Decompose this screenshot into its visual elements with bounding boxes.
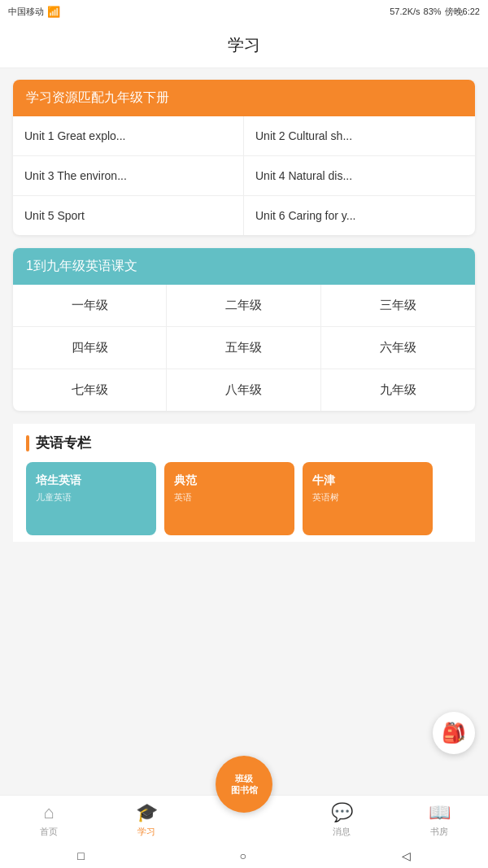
android-back-button[interactable]: ◁ (386, 846, 427, 866)
nav-study[interactable]: 🎓 学习 (98, 802, 195, 838)
message-icon: 💬 (331, 802, 353, 823)
nav-home-label: 首页 (40, 826, 58, 838)
grades-section-header: 1到九年级英语课文 (13, 248, 475, 285)
english-section-title: 英语专栏 (26, 434, 462, 452)
nav-message-label: 消息 (333, 826, 351, 838)
grade-1-cell[interactable]: 一年级 (13, 285, 167, 327)
unit-5-cell[interactable]: Unit 5 Sport (13, 196, 244, 235)
class-library-button[interactable]: 班级 图书馆 (216, 756, 272, 813)
grade-6-cell[interactable]: 六年级 (321, 327, 475, 369)
battery-label: 83% (424, 7, 442, 16)
english-banners: 培生英语 儿童英语 典范 英语 牛津 英语树 (26, 462, 462, 535)
android-home-button[interactable]: ○ (224, 846, 263, 866)
signal-icon: 📶 (47, 6, 60, 18)
grade-9-cell[interactable]: 九年级 (321, 369, 475, 411)
study-icon: 🎓 (136, 802, 158, 823)
grade-8-cell[interactable]: 八年级 (167, 369, 320, 411)
grade-4-cell[interactable]: 四年级 (13, 327, 167, 369)
units-grid: Unit 1 Great explo... Unit 2 Cultural sh… (13, 116, 475, 235)
grades-section: 1到九年级英语课文 一年级 二年级 三年级 四年级 五年级 六年级 七年级 八年… (13, 248, 475, 411)
nav-study-label: 学习 (137, 826, 155, 838)
grades-grid: 一年级 二年级 三年级 四年级 五年级 六年级 七年级 八年级 九年级 (13, 285, 475, 411)
status-bar: 中国移动 📶 57.2K/s 83% 傍晚6:22 (0, 0, 488, 23)
unit-2-cell[interactable]: Unit 2 Cultural sh... (244, 116, 475, 156)
banner-classic-sub: 英语 (174, 491, 285, 504)
main-content: 学习资源匹配九年级下册 Unit 1 Great explo... Unit 2… (0, 68, 488, 639)
android-nav-bar: □ ○ ◁ (0, 844, 488, 868)
banner-pearson-title: 培生英语 (36, 473, 146, 488)
banner-oxford-sub: 英语树 (312, 491, 423, 504)
grade-3-cell[interactable]: 三年级 (321, 285, 475, 327)
floating-bag-button[interactable]: 🎒 (433, 712, 475, 754)
library-icon: 📖 (429, 802, 451, 823)
unit-6-cell[interactable]: Unit 6 Caring for y... (244, 196, 475, 235)
page-header: 学习 (0, 23, 488, 68)
english-section: 英语专栏 培生英语 儿童英语 典范 英语 牛津 英语树 (13, 424, 475, 542)
carrier-label: 中国移动 (8, 6, 44, 18)
banner-classic-title: 典范 (174, 473, 285, 488)
unit-4-cell[interactable]: Unit 4 Natural dis... (244, 156, 475, 196)
class-library-label2: 图书馆 (231, 784, 258, 796)
android-recent-button[interactable]: □ (61, 846, 100, 866)
grade-2-cell[interactable]: 二年级 (167, 285, 320, 327)
banner-oxford[interactable]: 牛津 英语树 (303, 462, 433, 535)
nav-library-label: 书房 (430, 826, 448, 838)
unit-1-cell[interactable]: Unit 1 Great explo... (13, 116, 244, 156)
banner-pearson[interactable]: 培生英语 儿童英语 (26, 462, 156, 535)
time-label: 傍晚6:22 (445, 6, 480, 18)
grade-5-cell[interactable]: 五年级 (167, 327, 320, 369)
units-section: 学习资源匹配九年级下册 Unit 1 Great explo... Unit 2… (13, 80, 475, 235)
speed-label: 57.2K/s (390, 7, 420, 16)
home-icon: ⌂ (43, 802, 54, 823)
unit-3-cell[interactable]: Unit 3 The environ... (13, 156, 244, 196)
units-section-header: 学习资源匹配九年级下册 (13, 80, 475, 116)
nav-message[interactable]: 💬 消息 (293, 802, 390, 838)
nav-home[interactable]: ⌂ 首页 (0, 802, 98, 838)
nav-library[interactable]: 📖 书房 (390, 802, 488, 838)
banner-oxford-title: 牛津 (312, 473, 423, 488)
banner-pearson-sub: 儿童英语 (36, 491, 146, 504)
class-library-label1: 班级 (235, 773, 253, 784)
banner-classic[interactable]: 典范 英语 (164, 462, 294, 535)
page-title: 学习 (228, 36, 260, 54)
grade-7-cell[interactable]: 七年级 (13, 369, 167, 411)
